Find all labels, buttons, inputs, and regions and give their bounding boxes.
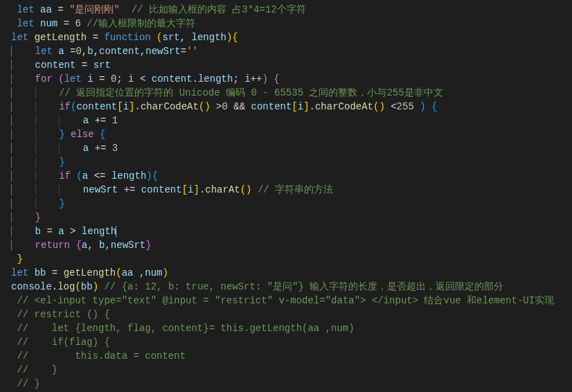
brace-close: } bbox=[59, 198, 64, 209]
comment: // {a: 12, b: true, newSrt: "是问"} 输入字符的长… bbox=[98, 281, 503, 292]
fn-charCodeAt: charCodeAt bbox=[315, 101, 373, 112]
code-line[interactable]: } bbox=[11, 211, 572, 224]
brace-close: } bbox=[35, 212, 41, 223]
text-cursor bbox=[116, 226, 116, 237]
comment: // 字符串的方法 bbox=[252, 184, 334, 195]
code-line[interactable]: // } bbox=[11, 377, 572, 391]
comment: // if(flag) { bbox=[11, 337, 110, 348]
code-line[interactable]: b = a > length bbox=[11, 224, 572, 238]
code-line[interactable]: // <el-input type="text" @input = "restr… bbox=[11, 294, 572, 308]
var-aa: aa bbox=[40, 4, 52, 15]
brace-open: { bbox=[274, 73, 279, 84]
code-line[interactable]: let getLength = function (srt, length){ bbox=[11, 30, 572, 44]
comment: // 比如输入框的内容 占3*4=12个字符 bbox=[120, 4, 306, 15]
number-literal: 6 bbox=[75, 18, 80, 29]
code-line[interactable]: // 返回指定位置的字符的 Unicode 编码 0 - 65535 之间的整数… bbox=[11, 86, 572, 100]
keyword-for: for bbox=[35, 73, 53, 84]
code-line[interactable]: for (let i = 0; i < content.length; i++)… bbox=[11, 72, 572, 86]
code-line[interactable]: content = srt bbox=[11, 58, 572, 72]
brace-open: { bbox=[152, 170, 158, 181]
keyword-if: if bbox=[59, 170, 71, 181]
keyword-let: let bbox=[17, 4, 34, 15]
code-line[interactable]: let num = 6 //输入框限制的最大字符 bbox=[11, 17, 572, 30]
keyword-return: return bbox=[35, 240, 70, 251]
keyword-let: let bbox=[11, 32, 28, 43]
var-num: num bbox=[40, 18, 57, 29]
code-line[interactable]: // this.data = content bbox=[11, 349, 572, 363]
brace-open: { bbox=[232, 32, 238, 43]
code-line[interactable]: let a =0,b,content,newSrt='' bbox=[11, 44, 572, 58]
comment: // } bbox=[11, 378, 40, 389]
fn-log: log bbox=[57, 281, 75, 292]
code-line[interactable]: console.log(bb) // {a: 12, b: true, newS… bbox=[11, 280, 572, 294]
code-line[interactable]: } bbox=[11, 252, 572, 266]
var-getLength: getLength bbox=[35, 32, 87, 43]
brace-close: } bbox=[17, 253, 22, 265]
fn-charCodeAt: charCodeAt bbox=[141, 101, 199, 112]
keyword-let: let bbox=[11, 267, 28, 278]
code-line[interactable]: if(content[i].charCodeAt() >0 && content… bbox=[11, 100, 572, 114]
comment: //输入框限制的最大字符 bbox=[81, 18, 195, 29]
string-literal: "是问刚刚" bbox=[69, 4, 120, 15]
comment: // let {length, flag, content}= this.get… bbox=[11, 323, 355, 334]
keyword-function: function bbox=[104, 32, 150, 43]
keyword-else: else bbox=[65, 129, 100, 140]
keyword-let: let bbox=[35, 46, 53, 57]
keyword-if: if bbox=[59, 101, 71, 112]
keyword-let: let bbox=[17, 18, 34, 29]
code-line[interactable]: // let {length, flag, content}= this.get… bbox=[11, 321, 572, 335]
comment: // <el-input type="text" @input = "restr… bbox=[11, 295, 554, 306]
comment: // } bbox=[11, 364, 57, 375]
var-bb: bb bbox=[35, 267, 46, 278]
code-line[interactable]: let aa = "是问刚刚" // 比如输入框的内容 占3*4=12个字符 bbox=[11, 3, 572, 17]
var-content: content bbox=[35, 60, 76, 71]
code-line[interactable]: } bbox=[11, 197, 572, 211]
code-line[interactable]: a += 1 bbox=[11, 114, 572, 127]
code-line[interactable]: let bb = getLength(aa ,num) bbox=[11, 266, 572, 280]
code-line[interactable]: if (a <= length){ bbox=[11, 169, 572, 183]
obj-console: console bbox=[11, 281, 52, 292]
code-line[interactable]: a += 3 bbox=[11, 141, 572, 155]
code-line[interactable]: newSrt += content[i].charAt() // 字符串的方法 bbox=[11, 183, 572, 197]
comment: // this.data = content bbox=[11, 350, 186, 362]
comment: // 返回指定位置的字符的 Unicode 编码 0 - 65535 之间的整数… bbox=[59, 87, 443, 98]
code-line[interactable]: // restrict () { bbox=[11, 308, 572, 321]
code-editor[interactable]: let aa = "是问刚刚" // 比如输入框的内容 占3*4=12个字符 l… bbox=[0, 0, 572, 392]
fn-charAt: charAt bbox=[205, 184, 240, 195]
code-line[interactable]: } bbox=[11, 155, 572, 169]
fn-getLength: getLength bbox=[64, 267, 116, 278]
code-line[interactable]: return {a, b,newSrt} bbox=[11, 238, 572, 252]
comment: // restrict () { bbox=[11, 309, 110, 320]
brace-close: } bbox=[59, 129, 64, 140]
code-line[interactable]: } else { bbox=[11, 127, 572, 141]
code-line[interactable]: // if(flag) { bbox=[11, 335, 572, 349]
brace-open: { bbox=[426, 101, 438, 112]
code-line[interactable]: // } bbox=[11, 363, 572, 377]
brace-open: { bbox=[100, 129, 105, 140]
brace-close: } bbox=[59, 157, 64, 168]
